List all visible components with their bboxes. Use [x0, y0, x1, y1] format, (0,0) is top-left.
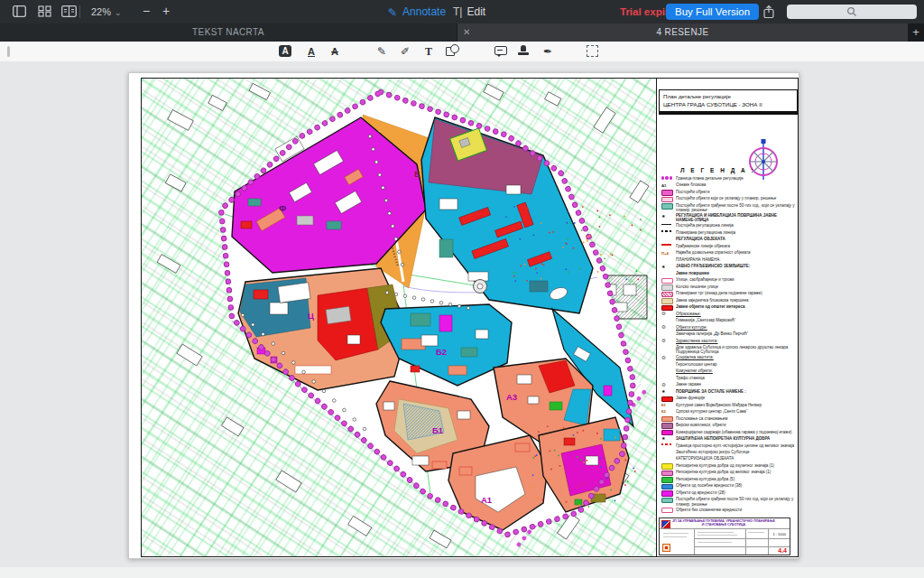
- text-tool-icon[interactable]: T: [420, 44, 437, 59]
- marker-tool-icon[interactable]: ✐: [397, 44, 413, 59]
- pdf-page[interactable]: Ф Е Ц Б2 Б1 А3 А1 План детаљне регулациј…: [128, 72, 799, 559]
- legend-symbol: [661, 278, 673, 284]
- legend-item: ★ПОВРШИНЕ ЗА ОСТАЛЕ НАМЕНЕ :: [661, 389, 795, 396]
- legend-item: ⚙Здравствена заштита:: [661, 339, 795, 345]
- block-label-f: Ф: [279, 203, 286, 213]
- plan-title-box: План детаљне регулације ЦЕНТРА ГРАДА СУБ…: [659, 89, 798, 115]
- legend-item: Комунални објекти:: [661, 368, 795, 375]
- legend-item: Јавна заједничка блоковска површина: [661, 298, 795, 304]
- legend-symbol: ★: [661, 214, 673, 219]
- legend-symbol: П+4: [661, 251, 673, 256]
- legend-item: Пословање са становањем: [661, 416, 795, 423]
- zoom-in-button[interactable]: +: [162, 0, 170, 22]
- legend-symbol: [661, 484, 673, 490]
- legend-item: Комерцијални садржаји (обавезна гаража у…: [661, 430, 795, 436]
- shapes-tool-icon[interactable]: [444, 44, 460, 59]
- legend-item: Завичајна галерија „Др Винко Перчић“: [661, 331, 795, 338]
- legend-item: Геронтолошки центар: [661, 362, 795, 368]
- legend-item: КАТЕГОРИЗАЦИЈА ОБЈЕКАТА: [661, 456, 795, 462]
- select-area-tool-icon[interactable]: [587, 45, 598, 57]
- legend-symbol: [661, 176, 673, 179]
- pen-icon: ✎: [388, 1, 397, 24]
- legend-item: Грађевинске линије објеката: [661, 244, 795, 250]
- thumbnails-view-icon[interactable]: [38, 5, 51, 17]
- sheet-title-block: ЈП ЗА УПРАВЉАЊЕ ПУТЕВИМА, УРБАНИСТИЧКО П…: [659, 517, 790, 555]
- buy-full-version-button[interactable]: Buy Full Version: [666, 4, 759, 20]
- legend-item: Непокретна културна добра од изузетног з…: [661, 463, 795, 470]
- legend-item: Постојећи објекти: [661, 190, 795, 196]
- strikeout-text-tool-icon[interactable]: A: [327, 44, 343, 59]
- sidebar-toggle-icon[interactable]: [13, 5, 26, 17]
- signature-tool-icon[interactable]: ✒: [540, 44, 556, 59]
- legend-item: Постојећа регулациона линија: [661, 223, 795, 229]
- toolbar-drag-handle[interactable]: [7, 46, 10, 57]
- block-label-a1: А1: [481, 495, 493, 505]
- titleblock-org-line1: ЈП ЗА УПРАВЉАЊЕ ПУТЕВИМА, УРБАНИСТИЧКО П…: [672, 519, 775, 523]
- legend-symbol: [661, 463, 673, 470]
- legend-symbol: ⚙: [661, 356, 673, 360]
- annotate-mode-button[interactable]: ✎Annotate: [388, 0, 446, 23]
- pencil-tool-icon[interactable]: ✎: [374, 44, 390, 59]
- legend-symbol: ⚙: [661, 339, 673, 343]
- legend-title: Л Е Г Е Н Д А :: [680, 167, 755, 173]
- legend-symbol: [661, 498, 673, 504]
- legend-symbol: ⚙: [661, 325, 673, 330]
- add-tab-button[interactable]: +: [908, 23, 924, 42]
- legend-symbol: [661, 508, 673, 514]
- text-edit-icon: T|: [453, 5, 462, 18]
- legend-symbol: [661, 471, 673, 477]
- map-area: Ф Е Ц Б2 Б1 А3 А1: [142, 79, 656, 556]
- legend-item: Јавне површине: [661, 271, 795, 277]
- legend-symbol: [661, 490, 673, 497]
- legend-symbol: [661, 416, 673, 423]
- search-input[interactable]: [787, 5, 917, 19]
- highlight-style-tool-icon[interactable]: A: [279, 45, 291, 57]
- legend-symbol: [661, 244, 673, 246]
- legend-symbol: ★: [661, 436, 673, 442]
- legend-item: Непокретна културна добра (5): [661, 477, 795, 483]
- legend-symbol: [661, 292, 673, 298]
- legend-symbol: [661, 224, 673, 226]
- zoom-level-dropdown[interactable]: 22%⌄: [91, 0, 122, 23]
- legend-item: Колско пешачке улице: [661, 284, 795, 291]
- chevron-down-icon: ⌄: [115, 8, 122, 17]
- share-icon[interactable]: [762, 5, 775, 23]
- block-label-e: Е: [414, 169, 420, 179]
- legend-item: Објекти без споменичке вредности: [661, 508, 795, 514]
- legend-item: ★ЗАШТИЋЕНА НЕПОКРЕТНА КУЛТУРНА ДОБРА: [661, 436, 795, 443]
- tab-tekst-nacrta[interactable]: TEKST NACRTA: [0, 23, 457, 42]
- close-tab-icon[interactable]: ✕: [463, 23, 471, 42]
- legend-item: Јавне функције: [661, 396, 795, 402]
- legend-item: Гимназија „Светозар Марковић“: [661, 318, 795, 324]
- stamp-tool-icon[interactable]: [516, 44, 532, 59]
- legend-symbol: [661, 197, 673, 203]
- compass-rose-icon: [744, 138, 783, 182]
- legend-item: ★РЕГУЛАЦИЈА И НИВЕЛАЦИЈА ПОВРШИНА ЈАВНЕ …: [661, 213, 795, 223]
- top-toolbar: 22%⌄ − + ✎Annotate T|Edit Trial expired …: [0, 0, 924, 23]
- legend-item: А1Ознаке блокова: [661, 182, 795, 189]
- tab-bar: TEKST NACRTA ✕ 4 RESENJE +: [0, 23, 924, 42]
- legend-symbol: [661, 203, 673, 210]
- document-viewport[interactable]: Ф Е Ц Б2 Б1 А3 А1 План детаљне регулациј…: [0, 61, 924, 578]
- two-page-view-icon[interactable]: [61, 5, 75, 17]
- sheet-number: 4.4: [778, 547, 787, 554]
- legend-item: Заштићено историјско језгро Суботице: [661, 450, 795, 456]
- legend-item: Граница просторно култ.-историјске целин…: [661, 443, 795, 450]
- legend-item: Планирани трг (изнад дела подземне гараж…: [661, 291, 795, 297]
- edit-mode-button[interactable]: T|Edit: [453, 0, 485, 23]
- legend-item: ★ЈАВНО ГРАЂЕВИНСКО ЗЕМЉИШТЕ:: [661, 264, 795, 270]
- toolbar-separator: [79, 5, 80, 18]
- zoom-out-button[interactable]: −: [143, 0, 150, 22]
- legend-item: ПЛАНИРАНА НАМЕНА:: [661, 257, 795, 264]
- legend-item: ⚙Социјална заштита:: [661, 355, 795, 361]
- underline-text-tool-icon[interactable]: A: [303, 44, 319, 59]
- tab-4-resenje[interactable]: ✕ 4 RESENJE: [457, 23, 908, 42]
- legend-symbol: [661, 423, 673, 429]
- legend-item: К2Српски културни центар „Свети Сава“: [661, 409, 795, 415]
- legend-item: Планирана регулациона линија: [661, 230, 795, 237]
- legend-item: РЕГУЛАЦИЈА ОБЈЕКАТА: [661, 237, 795, 243]
- legend-item: П+4Највећа дозвољена спратност објеката: [661, 250, 795, 256]
- legend-panel: План детаљне регулације ЦЕНТРА ГРАДА СУБ…: [656, 79, 798, 556]
- legend-symbol: ★: [661, 389, 673, 395]
- note-tool-icon[interactable]: [493, 44, 509, 59]
